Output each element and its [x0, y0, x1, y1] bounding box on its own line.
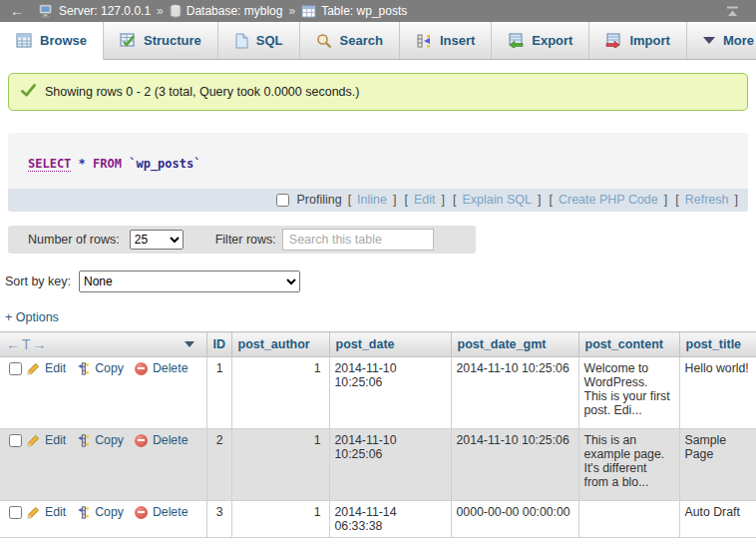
bracket: [	[453, 193, 456, 207]
edit-row-link[interactable]: Edit	[45, 433, 66, 447]
column-header-id[interactable]: ID	[206, 332, 231, 357]
rows-controls-bar: Number of rows: 25 Filter rows:	[8, 226, 476, 254]
tab-import[interactable]: Import	[589, 22, 686, 59]
tab-browse[interactable]: Browse	[0, 22, 104, 60]
copy-icon	[77, 434, 90, 447]
sql-table-identifier: `wp_posts`	[129, 157, 200, 171]
back-arrow-icon[interactable]: ←	[0, 3, 34, 19]
results-table: ←T→ ID post_author post_date post_date_g…	[0, 331, 756, 538]
row-checkbox[interactable]	[9, 506, 22, 519]
cell-post-date: 2014-11-10 10:25:06	[329, 357, 451, 429]
edit-query-link[interactable]: Edit	[414, 193, 436, 207]
tab-more[interactable]: More	[687, 22, 756, 59]
sql-query-text: SELECT * FROM `wp_posts`	[8, 133, 748, 189]
breadcrumb: ← Server: 127.0.0.1 » Database: myblog »…	[0, 0, 756, 22]
cell-id: 1	[206, 357, 231, 429]
pencil-icon	[27, 506, 40, 519]
num-rows-select[interactable]: 25	[130, 230, 184, 250]
cell-post-content: This is an example page. It's different …	[578, 429, 679, 501]
row-checkbox[interactable]	[9, 434, 22, 447]
delete-row-link[interactable]: Delete	[153, 505, 189, 519]
bracket: ]	[735, 193, 738, 207]
copy-row-link[interactable]: Copy	[95, 505, 124, 519]
column-header-post-content[interactable]: post_content	[578, 332, 679, 357]
edit-row-link[interactable]: Edit	[45, 505, 66, 519]
export-icon	[508, 33, 524, 48]
copy-row-link[interactable]: Copy	[95, 361, 124, 375]
row-checkbox[interactable]	[9, 362, 22, 375]
sort-by-key-select[interactable]: None	[79, 270, 300, 292]
insert-row-icon	[416, 33, 432, 49]
sql-query-box: SELECT * FROM `wp_posts` Profiling [Inli…	[8, 133, 748, 212]
tab-bar: Browse Structure SQL Search Insert Expor…	[0, 22, 756, 60]
delete-row-link[interactable]: Delete	[153, 361, 189, 375]
status-message: Showing rows 0 - 2 (3 total, Query took …	[8, 73, 748, 111]
delete-icon	[135, 362, 148, 375]
column-menu-caret-icon[interactable]	[185, 341, 194, 347]
cell-post-title: Sample Page	[679, 429, 756, 501]
chevron-down-icon	[703, 37, 715, 44]
tab-label: Export	[532, 33, 572, 48]
column-header-post-date-gmt[interactable]: post_date_gmt	[451, 332, 578, 357]
filter-rows-input[interactable]	[282, 229, 434, 251]
bracket: ]	[393, 193, 396, 207]
breadcrumb-table[interactable]: Table: wp_posts	[321, 4, 407, 18]
cell-post-date: 2014-11-14 06:33:38	[329, 501, 451, 538]
cell-post-title: Auto Draft	[679, 501, 756, 538]
options-toggle-link[interactable]: + Options	[5, 310, 59, 324]
tab-export[interactable]: Export	[492, 22, 589, 59]
column-header-post-date[interactable]: post_date	[329, 332, 451, 357]
explain-sql-link[interactable]: Explain SQL	[462, 193, 531, 207]
column-nav-header: ←T→	[0, 332, 206, 357]
tab-label: Structure	[144, 33, 201, 48]
cell-id: 2	[206, 429, 231, 501]
column-header-post-title[interactable]: post_title	[679, 332, 756, 357]
bracket: ]	[442, 193, 445, 207]
cell-post-author: 1	[231, 429, 329, 501]
num-rows-label: Number of rows:	[28, 233, 120, 247]
profiling-checkbox[interactable]	[276, 194, 289, 207]
tab-structure[interactable]: Structure	[104, 22, 218, 59]
cell-post-content	[578, 501, 679, 538]
breadcrumb-database[interactable]: Database: myblog	[187, 4, 283, 18]
filter-rows-label: Filter rows:	[215, 233, 276, 247]
server-icon	[39, 4, 54, 18]
bracket: [	[675, 193, 678, 207]
import-icon	[605, 33, 621, 48]
sql-keyword-select[interactable]: SELECT	[28, 157, 71, 172]
sql-page-icon	[234, 33, 248, 49]
delete-icon	[135, 506, 148, 519]
cell-post-author: 1	[231, 357, 329, 429]
column-nav-arrows[interactable]: ←T→	[6, 336, 49, 352]
inline-link[interactable]: Inline	[357, 193, 387, 207]
breadcrumb-separator: »	[288, 4, 295, 18]
tab-label: Import	[629, 33, 669, 48]
create-php-code-link[interactable]: Create PHP Code	[559, 193, 658, 207]
delete-row-link[interactable]: Delete	[153, 433, 189, 447]
header-row: ←T→ ID post_author post_date post_date_g…	[0, 332, 756, 357]
tab-insert[interactable]: Insert	[400, 22, 492, 59]
collapse-top-icon[interactable]	[725, 5, 748, 18]
bracket: ]	[664, 193, 667, 207]
sort-by-key-label: Sort by key:	[5, 274, 71, 288]
copy-row-link[interactable]: Copy	[95, 433, 124, 447]
table-grid-icon	[16, 33, 32, 48]
column-header-post-author[interactable]: post_author	[231, 332, 329, 357]
tab-label: SQL	[256, 33, 283, 48]
cell-id: 3	[206, 501, 231, 538]
refresh-link[interactable]: Refresh	[685, 193, 729, 207]
cell-post-content: Welcome to WordPress. This is your first…	[578, 357, 679, 429]
cell-post-date-gmt: 0000-00-00 00:00:00	[451, 501, 578, 538]
table-row: Edit Copy Delete 1 1 2014-11-10 10:25:06…	[0, 357, 756, 429]
breadcrumb-server[interactable]: Server: 127.0.0.1	[59, 4, 151, 18]
tab-label: Insert	[440, 33, 475, 48]
edit-row-link[interactable]: Edit	[45, 361, 66, 375]
table-icon	[301, 5, 316, 18]
database-icon	[170, 4, 182, 18]
tab-search[interactable]: Search	[300, 22, 400, 59]
cell-post-title: Hello world!	[679, 357, 756, 429]
tab-label: More	[723, 33, 754, 48]
query-toolbar: Profiling [Inline] [Edit] [Explain SQL] …	[8, 189, 748, 212]
tab-sql[interactable]: SQL	[218, 22, 300, 59]
breadcrumb-separator: »	[157, 4, 164, 18]
